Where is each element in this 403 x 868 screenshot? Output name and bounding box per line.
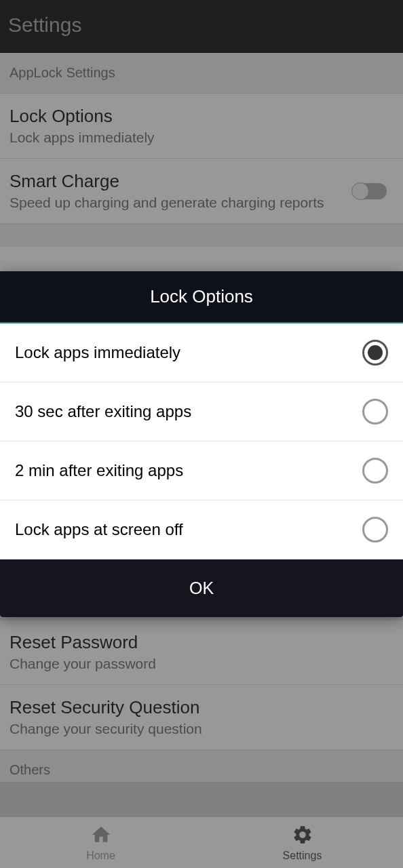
modal-option-30sec[interactable]: 30 sec after exiting apps (0, 382, 403, 441)
section-header-others: Others (0, 750, 403, 782)
setting-subtitle: Speed up charging and generate charging … (9, 195, 353, 211)
setting-reset-question[interactable]: Reset Security Question Change your secu… (0, 685, 403, 750)
smart-charge-toggle[interactable] (353, 183, 387, 199)
setting-title: Smart Charge (9, 171, 353, 192)
setting-title: Reset Password (9, 632, 394, 653)
nav-settings[interactable]: Settings (202, 817, 403, 868)
setting-title: Reset Security Question (9, 697, 394, 718)
spacer (0, 224, 403, 247)
modal-header: Lock Options (0, 271, 403, 323)
option-label: Lock apps immediately (15, 343, 180, 362)
radio-selected-icon (362, 340, 388, 366)
toggle-knob (351, 182, 369, 200)
modal-option-immediately[interactable]: Lock apps immediately (0, 323, 403, 382)
radio-unselected-icon (362, 399, 388, 425)
ok-button[interactable]: OK (0, 559, 403, 617)
nav-home[interactable]: Home (0, 817, 202, 868)
app-header: Settings (0, 0, 403, 53)
setting-subtitle: Change your password (9, 656, 394, 672)
setting-smart-charge[interactable]: Smart Charge Speed up charging and gener… (0, 159, 403, 224)
setting-subtitle: Change your security question (9, 721, 394, 737)
setting-reset-password[interactable]: Reset Password Change your password (0, 620, 403, 685)
gear-icon (292, 824, 313, 848)
home-icon (90, 824, 112, 848)
page-title: Settings (8, 14, 395, 37)
modal-option-2min[interactable]: 2 min after exiting apps (0, 441, 403, 500)
nav-label: Home (86, 850, 115, 862)
setting-lock-options[interactable]: Lock Options Lock apps immediately (0, 94, 403, 159)
option-label: Lock apps at screen off (15, 520, 183, 539)
setting-subtitle: Lock apps immediately (9, 130, 394, 146)
option-label: 2 min after exiting apps (15, 461, 183, 480)
bottom-nav: Home Settings (0, 817, 403, 868)
button-label: OK (189, 578, 214, 597)
radio-unselected-icon (362, 517, 388, 542)
section-header-applock: AppLock Settings (0, 53, 403, 94)
lock-options-modal: Lock Options Lock apps immediately 30 se… (0, 271, 403, 617)
setting-title: Lock Options (9, 106, 394, 127)
nav-label: Settings (283, 850, 322, 862)
modal-option-screenoff[interactable]: Lock apps at screen off (0, 500, 403, 559)
modal-title: Lock Options (15, 286, 388, 307)
radio-unselected-icon (362, 458, 388, 484)
option-label: 30 sec after exiting apps (15, 402, 191, 421)
